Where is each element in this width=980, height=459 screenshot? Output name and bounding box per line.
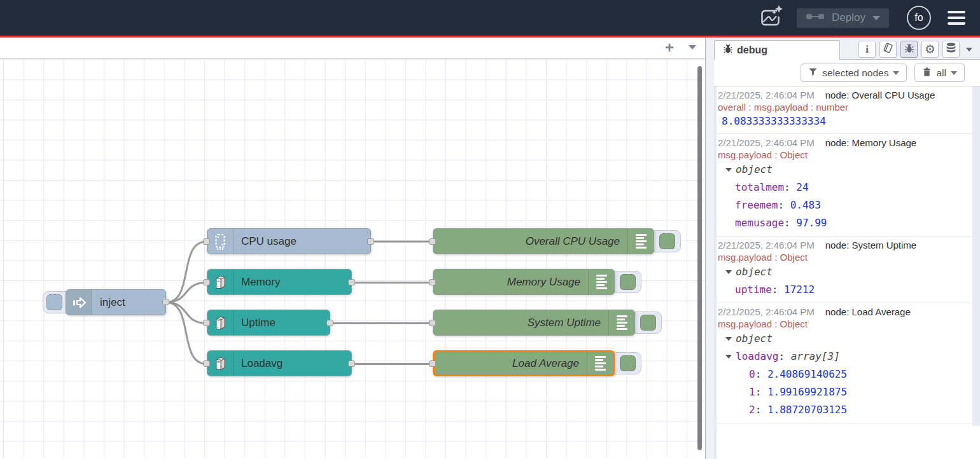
config-tab-button[interactable]: ⚙ — [921, 41, 939, 58]
collapse-caret-icon[interactable] — [725, 355, 732, 359]
debug-toggle-button[interactable] — [631, 312, 662, 334]
message-property-path: msg.payload : Object — [718, 318, 971, 330]
sidebar-tab-bar: debug i — [714, 38, 980, 60]
port-out-memory[interactable] — [348, 279, 355, 285]
port-in-uptime[interactable] — [203, 320, 210, 326]
wire[interactable] — [166, 303, 207, 324]
port-in-memory-usage[interactable] — [429, 279, 436, 285]
server-icon — [207, 310, 234, 335]
message-property-path: msg.payload : Object — [718, 251, 971, 263]
message-list-scroll-gutter[interactable] — [972, 86, 980, 426]
filter-button[interactable]: selected nodes — [801, 64, 907, 82]
wire-layer — [0, 58, 705, 458]
node-label: Overall CPU Usage — [526, 229, 620, 254]
flow-tab-bar: + — [0, 38, 705, 58]
node-label: CPU usage — [241, 229, 297, 254]
flow-list-caret[interactable] — [689, 45, 696, 50]
bug-icon — [722, 43, 734, 57]
debug-icon — [627, 229, 654, 254]
port-out-cpu-usage[interactable] — [367, 238, 374, 245]
debug-icon — [587, 352, 613, 374]
message-value: 8.083333333333334 — [718, 113, 971, 130]
message-property-path: overall : msg.payload : number — [718, 101, 971, 113]
sidebar-options-caret[interactable] — [966, 48, 972, 51]
object-key: totalmem — [735, 181, 796, 193]
object-value: 97.99 — [796, 217, 827, 229]
message-timestamp: 2/21/2025, 2:46:04 PM — [718, 306, 815, 318]
port-in-loadavg[interactable] — [203, 360, 210, 367]
debug-sidebar: debug i — [714, 38, 980, 459]
info-icon: i — [865, 43, 869, 56]
debug-message-list[interactable]: 2/21/2025, 2:46:04 PM node: Overall CPU … — [714, 86, 980, 459]
debug-message[interactable]: 2/21/2025, 2:46:04 PM node: Memory Usage… — [717, 134, 972, 236]
message-source-node[interactable]: node: Memory Usage — [825, 137, 916, 149]
deploy-options-caret[interactable] — [872, 16, 880, 20]
user-avatar[interactable]: fo — [907, 6, 931, 30]
debug-toggle-inner — [620, 274, 636, 290]
assistant-icon[interactable] — [756, 5, 784, 31]
node-loadavg[interactable]: Loadavg — [207, 350, 352, 376]
server-icon — [207, 270, 234, 294]
debug-message[interactable]: 2/21/2025, 2:46:04 PM node: System Uptim… — [717, 236, 972, 303]
node-system-uptime[interactable]: System Uptime — [433, 310, 635, 336]
message-source-node[interactable]: node: System Uptime — [825, 239, 916, 251]
collapse-caret-icon[interactable] — [725, 168, 732, 172]
debug-toggle-button[interactable] — [611, 271, 641, 293]
node-uptime[interactable]: Uptime — [207, 310, 330, 336]
wire[interactable] — [166, 283, 207, 303]
message-timestamp: 2/21/2025, 2:46:04 PM — [718, 239, 815, 251]
sidebar-toolbar: i — [858, 41, 972, 58]
message-property-path: msg.payload : Object — [718, 149, 971, 161]
node-load-average[interactable]: Load Average — [433, 350, 615, 376]
clear-messages-button[interactable]: all — [914, 64, 965, 82]
help-tab-button[interactable] — [879, 41, 897, 58]
node-label: Memory — [241, 270, 280, 294]
collapse-caret-icon[interactable] — [725, 270, 732, 274]
node-cpu-usage[interactable]: CPU usage — [207, 228, 371, 254]
context-tab-button[interactable] — [942, 41, 960, 58]
array-type: array[3] — [791, 350, 840, 362]
debug-toggle-inner — [640, 315, 656, 331]
debug-tab-button[interactable] — [900, 41, 918, 58]
canvas-vertical-scrollbar[interactable] — [697, 66, 702, 450]
inject-icon — [66, 290, 92, 315]
sidebar-divider[interactable] — [705, 38, 714, 459]
main-menu-icon[interactable] — [948, 11, 965, 25]
debug-message[interactable]: 2/21/2025, 2:46:04 PM node: Load Average… — [717, 303, 972, 423]
debug-toggle-button[interactable] — [611, 352, 641, 374]
node-inject[interactable]: inject — [66, 289, 166, 315]
port-in-cpu-usage[interactable] — [203, 238, 210, 245]
message-source-node[interactable]: node: Load Average — [825, 306, 911, 318]
node-memory-usage[interactable]: Memory Usage — [433, 269, 615, 295]
array-value: 1.88720703125 — [767, 404, 847, 416]
inject-trigger-inner — [46, 294, 62, 310]
debug-toggle-inner — [659, 233, 675, 249]
port-out-inject[interactable] — [162, 299, 169, 305]
add-flow-button[interactable]: + — [661, 39, 678, 57]
port-in-overall-cpu-usage[interactable] — [429, 238, 436, 245]
port-in-memory[interactable] — [203, 279, 210, 285]
array-index: 1 — [749, 386, 767, 398]
filter-label: selected nodes — [822, 67, 888, 79]
port-in-system-uptime[interactable] — [429, 320, 436, 326]
port-in-load-average[interactable] — [429, 360, 436, 367]
tab-debug[interactable]: debug — [714, 40, 840, 60]
workspace: + — [0, 38, 705, 459]
flow-canvas[interactable]: inject CPU usage — [0, 58, 705, 458]
node-memory[interactable]: Memory — [207, 269, 352, 295]
port-out-uptime[interactable] — [326, 320, 333, 326]
node-label: Load Average — [512, 352, 579, 374]
message-source-node[interactable]: node: Overall CPU Usage — [825, 89, 935, 101]
deploy-button[interactable]: Deploy — [797, 8, 889, 28]
debug-message[interactable]: 2/21/2025, 2:46:04 PM node: Overall CPU … — [717, 86, 972, 134]
filter-caret — [893, 71, 899, 75]
info-tab-button[interactable]: i — [858, 41, 876, 58]
avatar-initials: fo — [914, 12, 923, 24]
collapse-caret-icon[interactable] — [725, 337, 732, 341]
node-overall-cpu-usage[interactable]: Overall CPU Usage — [433, 228, 654, 254]
debug-toggle-button[interactable] — [650, 230, 681, 252]
tab-debug-label: debug — [737, 45, 767, 56]
port-out-loadavg[interactable] — [348, 360, 355, 367]
gear-icon: ⚙ — [925, 43, 935, 55]
object-key: freemem — [735, 199, 790, 211]
